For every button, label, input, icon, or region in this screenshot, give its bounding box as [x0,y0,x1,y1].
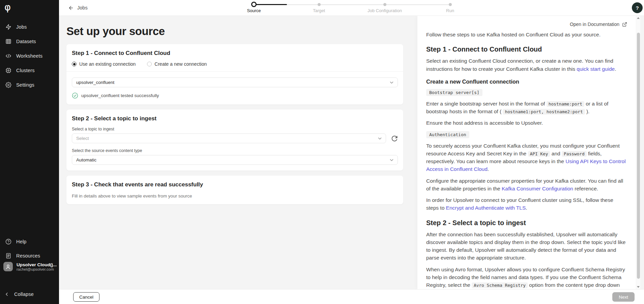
doc-text: Enter a single bootstrap server host in … [426,101,547,107]
table-icon [5,38,11,44]
sidebar-item-settings[interactable]: Settings [0,78,59,92]
topic-select[interactable]: Select [72,133,386,143]
scrollbar-thumb[interactable] [637,33,640,279]
doc-content: Follow these steps to use Kafka hosted o… [426,31,627,289]
code-chip: Bootstrap server[s] [426,89,482,96]
chevron-down-icon [390,81,393,84]
chip-icon [5,67,11,73]
sidebar-item-label: Worksheets [16,53,42,59]
step-dot-job-configuration [383,3,386,6]
sidebar-item-clusters[interactable]: Clusters [0,63,59,78]
bolt-icon [5,24,11,30]
sidebar-item-datasets[interactable]: Datasets [0,34,59,49]
doc-text: ). [585,109,590,114]
top-bar: Jobs Source Target Job Configuration Run… [59,0,644,16]
sidebar-item-label: Jobs [16,24,27,30]
radio-existing-connection[interactable]: Use an existing connection [72,61,136,67]
user-email: rachel@upsolver.com [17,267,57,271]
page-title: Set up your source [66,25,417,38]
main-content: Set up your source Step 1 - Connect to C… [59,16,417,289]
radio-new-label: Create a new connection [154,61,207,67]
external-link-icon [622,22,627,27]
code-chip: Authentication [426,131,469,138]
doc-paragraph: When using Avro format, Upsolver allows … [426,266,627,289]
topic-row: Select [72,133,398,143]
doc-paragraph: Configure the appropriate consumer prope… [426,177,627,193]
step-label-job-configuration[interactable]: Job Configuration [368,8,402,13]
step-label-source[interactable]: Source [247,8,261,13]
step-label-target[interactable]: Target [313,8,325,13]
doc-chip-row: Bootstrap server[s] [426,89,627,95]
step-dot-run [449,3,452,6]
cancel-button[interactable]: Cancel [73,292,99,302]
open-in-documentation-link[interactable]: Open in Documentation [426,22,627,27]
connection-test-message: upsolver_confluent tested successfully [81,93,159,98]
sidebar-nav: Jobs Datasets Worksheets Clusters Settin… [0,20,59,92]
doc-text: Follow these steps to use Kafka hosted o… [426,32,601,37]
chevron-down-icon [378,137,382,140]
collapse-button[interactable]: Collapse [0,288,59,300]
arrow-left-icon [68,5,74,11]
user-profile[interactable]: Upsolver Cloud(j... rachel@upsolver.com [0,262,59,271]
scrollbar-down-arrow[interactable] [637,286,640,288]
back-label: Jobs [77,5,88,10]
connection-radio-group: Use an existing connection Create a new … [66,61,403,72]
document-icon [5,253,11,259]
chevron-down-icon [390,159,393,161]
doc-heading: Step 1 - Connect to Confluent Cloud [426,45,627,53]
doc-paragraph: Select an existing Confluent Cloud conne… [426,57,627,73]
inline-code: Password [562,151,587,157]
inline-code: hostname:port [547,101,584,107]
chevron-left-icon [4,292,9,297]
sidebar-item-label: Datasets [16,39,36,44]
radio-existing-label: Use an existing connection [79,61,136,67]
help-bubble-button[interactable]: ? [632,2,643,13]
doc-text: . [615,66,616,72]
step-label-run[interactable]: Run [446,8,454,13]
doc-chip-row: Authentication [426,131,627,138]
next-button[interactable]: Next [612,292,635,302]
inline-code: API Key [528,151,550,157]
sidebar-item-jobs[interactable]: Jobs [0,20,59,34]
step2-card: Step 2 - Select a topic to ingest Select… [66,110,403,171]
connection-test-status: upsolver_confluent tested successfully [72,92,398,99]
sidebar-item-resources[interactable]: Resources [0,249,59,263]
refresh-icon [391,135,398,142]
step1-card: Step 1 - Connect to Confluent Cloud Use … [66,44,403,104]
connection-select-value: upsolver_confluent [76,80,114,85]
content-type-select[interactable]: Automatic [72,155,398,165]
scrollbar-up-arrow[interactable] [637,17,640,19]
inline-code: Avro Schema Registry [472,282,528,288]
doc-link[interactable]: Encrypt and Authenticate with TLS [446,205,526,211]
step2-title: Step 2 - Select a topic to ingest [72,115,398,122]
connection-select[interactable]: upsolver_confluent [72,78,398,87]
content-type-value: Automatic [76,157,96,162]
doc-heading: Create a new Confluent connection [426,79,627,85]
step1-title: Step 1 - Connect to Confluent Cloud [72,50,398,57]
sidebar-help-label: Help [16,239,27,244]
collapse-label: Collapse [14,292,34,297]
sidebar-item-worksheets[interactable]: Worksheets [0,49,59,63]
doc-link[interactable]: Kafka Consumer Configuration [502,186,573,191]
code-icon [5,53,11,59]
doc-link[interactable]: quick start guide [577,66,615,72]
sidebar: φ Jobs Datasets Worksheets Clusters [0,0,59,304]
radio-selected-icon [72,62,77,66]
radio-new-connection[interactable]: Create a new connection [147,61,207,67]
step3-empty-message: Fill in details above to view sample eve… [72,193,398,199]
doc-paragraph: Follow these steps to use Kafka hosted o… [426,31,627,38]
avatar [3,262,13,271]
doc-paragraph: Enter a single bootstrap server host in … [426,100,627,116]
refresh-topics-button[interactable] [391,135,398,142]
doc-paragraph: To securely access your Confluent Kafka … [426,142,627,173]
documentation-panel: Open in Documentation Follow these steps… [417,16,636,289]
user-name: Upsolver Cloud(j... [17,262,57,267]
content-type-label: Select the source events content type [72,148,398,153]
sidebar-item-label: Clusters [16,68,35,73]
upsolver-logo[interactable]: φ [4,1,11,13]
sidebar-item-help[interactable]: Help [0,235,59,248]
help-icon [5,239,11,245]
doc-heading: Step 2 - Select a topic to ingest [426,219,627,227]
doc-paragraph: Ensure the host address is accessible to… [426,119,627,127]
back-to-jobs-link[interactable]: Jobs [68,0,88,16]
